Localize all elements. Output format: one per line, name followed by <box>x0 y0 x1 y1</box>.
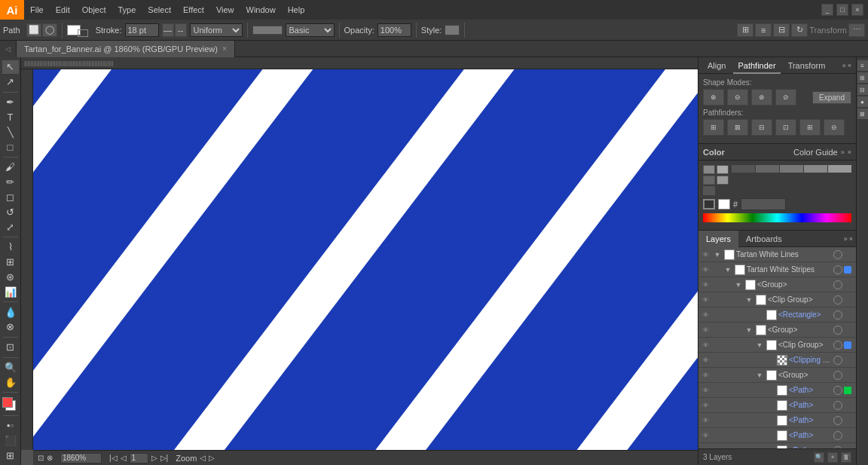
gs-2[interactable] <box>756 165 779 173</box>
pen-tool[interactable]: ✒ <box>2 96 19 109</box>
change-screen-btn[interactable]: ⊞ <box>2 448 19 462</box>
layer-row[interactable]: 👁▼<Clip Group> <box>698 292 856 307</box>
type-tool[interactable]: T <box>2 110 19 124</box>
layer-eye-icon[interactable]: 👁 <box>698 292 712 307</box>
layer-eye-icon[interactable]: 👁 <box>698 398 712 413</box>
layer-eye-icon[interactable]: 👁 <box>698 413 712 428</box>
zoom-tool[interactable]: 🔍 <box>2 360 19 374</box>
layer-row[interactable]: 👁▼Tartan White Lines <box>698 247 856 262</box>
stroke-basic-select[interactable]: Basic <box>286 23 335 37</box>
layer-eye-icon[interactable]: 👁 <box>698 383 712 398</box>
white-swatch[interactable] <box>718 199 730 210</box>
search-layers-btn[interactable]: 🔍 <box>814 452 824 463</box>
trim-btn[interactable]: ⊠ <box>727 119 748 136</box>
file-tab[interactable]: Tartan_for_Banner.ai @ 1860% (RGB/GPU Pr… <box>17 41 235 57</box>
pencil-tool[interactable]: ✏ <box>2 176 19 189</box>
layer-eye-icon[interactable]: 👁 <box>698 277 712 292</box>
tab-transform[interactable]: Transform <box>784 57 830 74</box>
minus-back-btn[interactable]: ⊖ <box>824 119 845 136</box>
arrange-btn[interactable]: ⊞ <box>737 23 753 37</box>
layer-row[interactable]: 👁<Clipping Path> <box>698 353 856 368</box>
far-right-btn-3[interactable]: ⊟ <box>857 84 868 95</box>
black-swatch[interactable] <box>703 199 715 210</box>
screen-mode-btn[interactable]: ⬛ <box>2 433 19 447</box>
menu-window[interactable]: Window <box>240 0 282 20</box>
more-options-btn[interactable]: ⋯ <box>848 23 865 37</box>
menu-help[interactable]: Help <box>282 0 311 20</box>
layer-eye-icon[interactable]: 👁 <box>698 443 712 449</box>
layers-expand-btn[interactable]: » <box>844 235 848 243</box>
eraser-tool[interactable]: ◻ <box>2 191 19 204</box>
layer-row[interactable]: 👁<Path> <box>698 413 856 428</box>
color-swatches-widget[interactable] <box>2 397 19 411</box>
intersect-btn[interactable]: ⊗ <box>751 89 772 106</box>
opacity-input[interactable] <box>377 23 411 37</box>
prev-page-button[interactable]: |◁ <box>109 454 118 462</box>
layer-row[interactable]: 👁<Rectangle> <box>698 307 856 323</box>
zoom-input[interactable] <box>60 453 102 463</box>
gs-3[interactable] <box>780 165 803 173</box>
layer-target-circle[interactable] <box>833 341 842 350</box>
layer-row[interactable]: 👁▼<Group> <box>698 323 856 338</box>
color-panel-expand[interactable]: » <box>841 148 845 156</box>
color-swatch-5[interactable] <box>703 186 715 195</box>
menu-type[interactable]: Type <box>112 0 142 20</box>
layers-tab[interactable]: Layers <box>698 231 738 247</box>
graph-tool[interactable]: 📊 <box>2 285 19 298</box>
symbol-tool[interactable]: ⊛ <box>2 271 19 284</box>
crop-btn[interactable]: ⊡ <box>775 119 796 136</box>
shape-tool[interactable]: □ <box>2 140 19 154</box>
pathfinder-btn[interactable]: ⊟ <box>773 23 790 37</box>
layer-expand-arrow[interactable] <box>765 398 775 413</box>
color-panel-close[interactable]: × <box>848 148 851 156</box>
panel-close-btn[interactable]: × <box>848 62 851 69</box>
layer-target-circle[interactable] <box>833 280 842 289</box>
layer-target-circle[interactable] <box>833 295 842 304</box>
free-transform-tool[interactable]: ⊞ <box>2 255 19 269</box>
gs-1[interactable] <box>732 165 755 173</box>
transform-btn2[interactable]: ↻ <box>791 23 808 37</box>
stroke-value-input[interactable] <box>125 23 159 37</box>
exclude-btn[interactable]: ⊘ <box>775 89 796 106</box>
layer-expand-arrow[interactable] <box>765 383 775 398</box>
next-btn[interactable]: ▷ <box>151 454 157 462</box>
rotate-tool[interactable]: ↺ <box>2 205 19 219</box>
layer-expand-arrow[interactable]: ▼ <box>733 277 744 292</box>
slice-tool[interactable]: ⊡ <box>2 341 19 354</box>
fill-color-swatch[interactable] <box>78 29 88 37</box>
menu-file[interactable]: File <box>24 0 50 20</box>
eyedropper-tool[interactable]: 💧 <box>2 305 19 319</box>
layer-row[interactable]: 👁<Path> <box>698 443 856 448</box>
layer-eye-icon[interactable]: 👁 <box>698 262 712 277</box>
layer-target-circle[interactable] <box>833 416 842 425</box>
far-right-btn-4[interactable]: ● <box>857 96 868 107</box>
blend-tool[interactable]: ⊗ <box>2 320 19 334</box>
divide-btn[interactable]: ⊞ <box>703 119 724 136</box>
layer-target-circle[interactable] <box>833 356 842 365</box>
layer-target-circle[interactable] <box>833 326 842 335</box>
close-button[interactable]: × <box>851 4 863 16</box>
layer-expand-arrow[interactable]: ▼ <box>712 247 723 262</box>
layer-eye-icon[interactable]: 👁 <box>698 323 712 338</box>
align-btn[interactable]: ≡ <box>755 23 772 37</box>
layer-expand-arrow[interactable] <box>765 428 775 443</box>
gs-4[interactable] <box>804 165 827 173</box>
page-input[interactable] <box>130 453 148 463</box>
layer-eye-icon[interactable]: 👁 <box>698 307 712 323</box>
artboards-tab[interactable]: Artboards <box>738 231 790 247</box>
far-right-btn-5[interactable]: ⊠ <box>857 109 868 119</box>
layer-row[interactable]: 👁<Path> <box>698 383 856 398</box>
layers-close-btn[interactable]: × <box>849 235 853 243</box>
hand-tool[interactable]: ✋ <box>2 375 19 389</box>
layer-expand-arrow[interactable]: ▼ <box>723 262 733 277</box>
layer-target-circle[interactable] <box>833 265 842 274</box>
color-swatch-4[interactable] <box>717 176 729 185</box>
color-mode-btn[interactable]: ●○ <box>2 419 19 433</box>
line-tool[interactable]: ╲ <box>2 125 19 139</box>
minus-front-btn[interactable]: ⊖ <box>727 89 748 106</box>
scale-tool[interactable]: ⤢ <box>2 220 19 234</box>
layers-body[interactable]: 👁▼Tartan White Lines👁▼Tartan White Strip… <box>698 247 856 448</box>
layer-target-circle[interactable] <box>833 401 842 410</box>
tab-align[interactable]: Align <box>703 57 730 74</box>
tab-pathfinder[interactable]: Pathfinder <box>733 57 780 74</box>
